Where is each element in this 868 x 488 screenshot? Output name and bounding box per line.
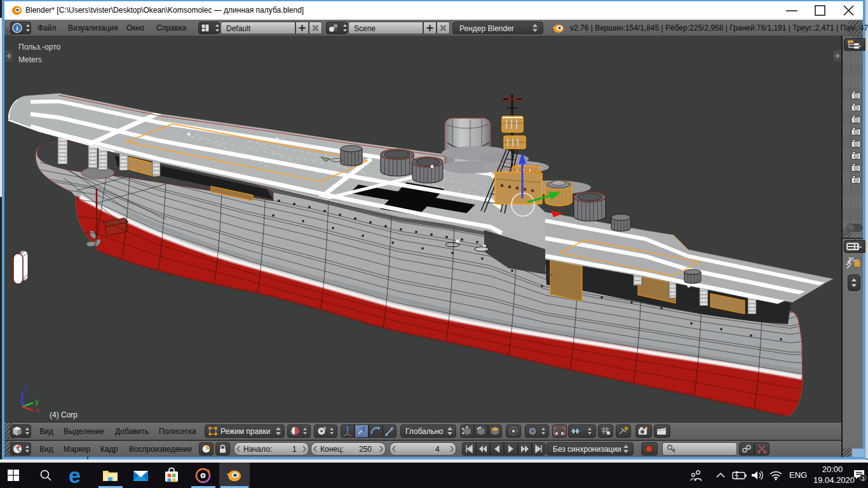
svg-text:3: 3 — [861, 475, 864, 482]
svg-text:x: x — [36, 406, 39, 415]
svg-text:z: z — [25, 384, 29, 393]
svg-text:y: y — [35, 397, 39, 406]
svg-text:i: i — [16, 24, 18, 32]
